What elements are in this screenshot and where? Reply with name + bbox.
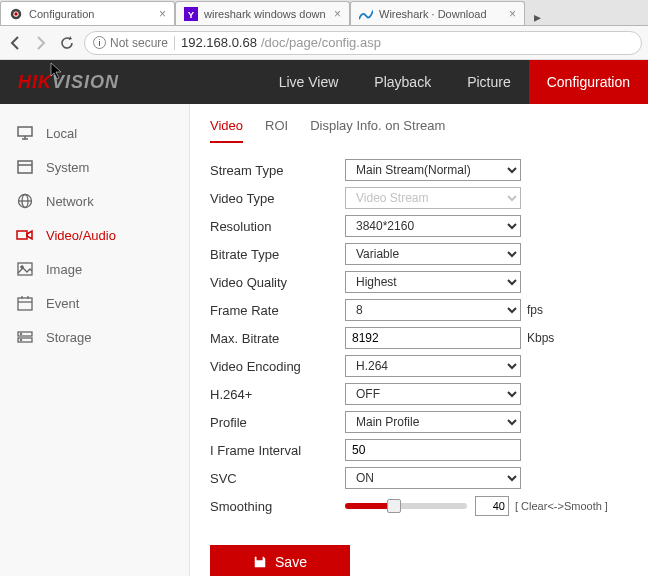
close-icon[interactable]: × [159,7,166,21]
svg-rect-5 [18,127,32,136]
profile-select[interactable]: Main Profile [345,411,521,433]
not-secure-label: Not secure [110,36,175,50]
address-bar[interactable]: i Not secure 192.168.0.68/doc/page/confi… [84,31,642,55]
video-quality-label: Video Quality [210,275,345,290]
browser-toolbar: i Not secure 192.168.0.68/doc/page/confi… [0,26,648,60]
browser-tab-3-label: Wireshark · Download [379,8,487,20]
svc-select[interactable]: ON [345,467,521,489]
sidebar-item-image[interactable]: Image [0,252,189,286]
sidebar-item-local[interactable]: Local [0,116,189,150]
smoothing-hint: [ Clear<->Smooth ] [515,500,608,512]
resolution-label: Resolution [210,219,345,234]
url-host: 192.168.0.68 [181,35,257,50]
sidebar-item-label: Video/Audio [46,228,116,243]
sidebar-item-event[interactable]: Event [0,286,189,320]
logo-grey: VISION [52,72,119,92]
nav-configuration[interactable]: Configuration [529,60,648,104]
save-icon [253,555,267,569]
browser-tab-1[interactable]: Configuration × [0,1,175,25]
back-button[interactable] [6,34,24,52]
new-tab-button[interactable]: ▸ [525,9,549,25]
bitrate-type-label: Bitrate Type [210,247,345,262]
browser-tab-2[interactable]: Y wireshark windows down × [175,1,350,25]
subtab-display-info[interactable]: Display Info. on Stream [310,118,445,143]
content-panel: Video ROI Display Info. on Stream Stream… [190,104,648,576]
svg-text:Y: Y [188,8,195,19]
browser-tab-1-label: Configuration [29,8,94,20]
video-settings-form: Stream Type Main Stream(Normal) Video Ty… [210,157,648,576]
svg-point-2 [14,12,18,16]
browser-tab-strip: Configuration × Y wireshark windows down… [0,0,648,26]
video-encoding-label: Video Encoding [210,359,345,374]
i-frame-interval-input[interactable] [345,439,521,461]
frame-rate-label: Frame Rate [210,303,345,318]
frame-rate-select[interactable]: 8 [345,299,521,321]
smoothing-value-input[interactable] [475,496,509,516]
nav-live-view[interactable]: Live View [261,60,357,104]
max-bitrate-unit: Kbps [527,331,554,345]
globe-icon [16,192,34,210]
sidebar-item-label: Network [46,194,94,209]
sidebar-item-storage[interactable]: Storage [0,320,189,354]
save-button-label: Save [275,554,307,570]
reload-button[interactable] [58,34,76,52]
camera-icon [9,7,23,21]
sidebar-item-system[interactable]: System [0,150,189,184]
sidebar-item-label: Storage [46,330,92,345]
close-icon[interactable]: × [509,7,516,21]
app-header: HIKVISION Live View Playback Picture Con… [0,60,648,104]
svc-label: SVC [210,471,345,486]
close-icon[interactable]: × [334,7,341,21]
stream-type-label: Stream Type [210,163,345,178]
smoothing-slider[interactable] [345,503,467,509]
video-icon [16,226,34,244]
sidebar: Local System Network Video/Audio Image E… [0,104,190,576]
sidebar-item-label: System [46,160,89,175]
profile-label: Profile [210,415,345,430]
subtab-video[interactable]: Video [210,118,243,143]
bitrate-type-select[interactable]: Variable [345,243,521,265]
sidebar-item-label: Event [46,296,79,311]
sidebar-item-label: Local [46,126,77,141]
smoothing-label: Smoothing [210,499,345,514]
calendar-icon [16,294,34,312]
sub-tabs: Video ROI Display Info. on Stream [210,118,648,143]
forward-button[interactable] [32,34,50,52]
svg-rect-14 [18,298,32,310]
video-quality-select[interactable]: Highest [345,271,521,293]
top-nav: Live View Playback Picture Configuration [261,60,648,104]
svg-point-21 [20,339,22,341]
h264-plus-label: H.264+ [210,387,345,402]
i-frame-interval-label: I Frame Interval [210,443,345,458]
svg-point-20 [20,333,22,335]
image-icon [16,260,34,278]
window-icon [16,158,34,176]
wireshark-icon [359,7,373,21]
resolution-select[interactable]: 3840*2160 [345,215,521,237]
svg-rect-11 [17,231,27,239]
storage-icon [16,328,34,346]
sidebar-item-video-audio[interactable]: Video/Audio [0,218,189,252]
frame-rate-unit: fps [527,303,543,317]
monitor-icon [16,124,34,142]
video-encoding-select[interactable]: H.264 [345,355,521,377]
browser-tab-2-label: wireshark windows down [204,8,326,20]
max-bitrate-label: Max. Bitrate [210,331,345,346]
browser-tab-3[interactable]: Wireshark · Download × [350,1,525,25]
nav-playback[interactable]: Playback [356,60,449,104]
max-bitrate-input[interactable] [345,327,521,349]
stream-type-select[interactable]: Main Stream(Normal) [345,159,521,181]
sidebar-item-network[interactable]: Network [0,184,189,218]
slider-thumb[interactable] [387,499,401,513]
url-path: /doc/page/config.asp [261,35,381,50]
save-button[interactable]: Save [210,545,350,576]
sidebar-item-label: Image [46,262,82,277]
subtab-roi[interactable]: ROI [265,118,288,143]
svg-rect-6 [18,161,32,173]
video-type-select: Video Stream [345,187,521,209]
logo-red: HIK [18,72,52,92]
nav-picture[interactable]: Picture [449,60,529,104]
yahoo-icon: Y [184,7,198,21]
h264-plus-select[interactable]: OFF [345,383,521,405]
info-icon: i [93,36,106,49]
